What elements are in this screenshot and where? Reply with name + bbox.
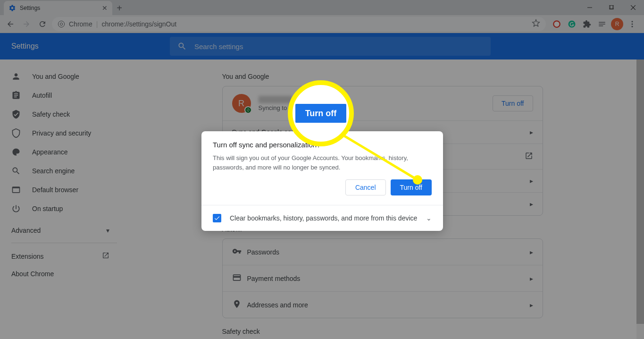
annotation-highlight-circle: Turn off: [288, 80, 354, 146]
clear-data-checkbox-row[interactable]: Clear bookmarks, history, passwords, and…: [201, 205, 443, 231]
highlight-label: Turn off: [295, 104, 346, 123]
cancel-button[interactable]: Cancel: [345, 179, 386, 195]
chevron-down-icon: ⌄: [426, 214, 432, 222]
checkbox-label: Clear bookmarks, history, passwords, and…: [230, 214, 417, 222]
confirm-turn-off-button[interactable]: Turn off: [391, 179, 432, 195]
checkbox-checked-icon[interactable]: [213, 214, 221, 222]
dialog-body: This will sign you out of your Google Ac…: [201, 153, 443, 179]
annotation-endpoint: [413, 175, 422, 185]
